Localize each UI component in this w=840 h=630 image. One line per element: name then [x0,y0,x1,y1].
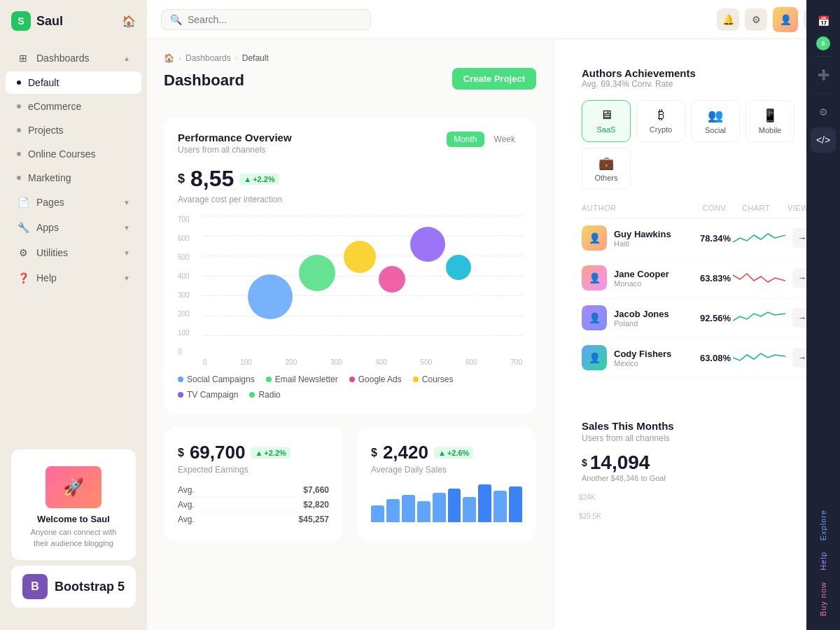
buy-button[interactable]: Buy now [816,576,830,622]
sidebar-item-marketing[interactable]: Marketing [6,167,141,189]
category-tabs: 🖥 SaaS ₿ Crypto 👥 Social 📱 [582,100,812,190]
cat-tab-social[interactable]: 👥 Social [691,100,740,142]
saas-icon: 🖥 [600,108,612,122]
sales-value-row: $ 14,094 [582,451,812,474]
sales-currency: $ [582,457,587,468]
bar [371,505,384,522]
card-header: Performance Overview Users from all chan… [178,132,522,155]
tab-month[interactable]: Month [447,132,484,147]
bubble-chart: 700 600 500 400 300 200 100 0 [203,216,522,356]
add-button[interactable]: ➕ [811,62,836,88]
utilities-icon: ⚙ [17,246,29,259]
chevron-icon: ▼ [123,224,130,232]
cat-tab-label: SaaS [597,125,616,134]
tab-week[interactable]: Week [487,132,522,147]
bubble-social [248,274,293,319]
sales-y-axis: $24K $20.5K [579,493,812,520]
cat-tab-mobile[interactable]: 📱 Mobile [746,100,794,142]
bubble-email [299,255,335,291]
stats-row-3: Avg. $45,257 [178,512,329,526]
sidebar-item-pages[interactable]: 📄 Pages ▼ [6,190,141,214]
topbar: 🔍 🔔 ⚙ 👤 ☰ [147,0,840,39]
author-avatar: 👤 [582,305,607,330]
chart-legend: Social Campaigns Email Newsletter Google… [178,374,522,400]
code-button[interactable]: </> [811,127,836,153]
sidebar-item-ecommerce[interactable]: eCommerce [6,95,141,118]
earnings-badge: ▲ +2.2% [251,447,290,458]
daily-sales-card: $ 2,420 ▲ +2.6% Average Daily Sales [357,428,536,540]
currency-symbol: $ [178,172,185,186]
bar [417,501,430,522]
sidebar-item-utilities[interactable]: ⚙ Utilities ▼ [6,241,141,265]
authors-title: Authors Achievements [582,67,812,79]
bootstrap-badge: B Bootstrap 5 [11,566,136,608]
performance-card: Performance Overview Users from all chan… [164,118,536,414]
legend-dot [266,377,272,382]
stats-val-3: $45,257 [299,514,329,524]
cat-tab-label: Others [594,174,617,182]
sidebar-item-online-courses[interactable]: Online Courses [6,143,141,165]
chevron-icon: ▲ [123,55,130,62]
side-text-btns: Explore Help Buy now [816,504,830,622]
search-input[interactable] [188,14,362,25]
app-name: Saul [36,14,63,29]
badge-green: ▲ +2.2% [239,174,279,185]
search-box[interactable]: 🔍 [161,9,371,30]
sidebar-item-apps[interactable]: 🔧 Apps ▼ [6,216,141,239]
cat-tab-label: Mobile [759,126,781,134]
logo: S Saul 🏠 [0,11,147,45]
crypto-icon: ₿ [658,108,664,122]
stats-val-2: $2,820 [303,500,329,510]
welcome-subtitle: Anyone can connect with their audience b… [22,527,125,549]
author-name: Cody Fishers [614,349,682,359]
sidebar-item-dashboards[interactable]: ⊞ Dashboards ▲ [6,46,141,70]
author-row-cody: 👤 Cody Fishers Mexico 63.08% → [582,338,812,378]
legend-item-tv: TV Campaign [178,390,238,400]
legend-dot [413,377,419,382]
welcome-card: 🚀 Welcome to Saul Anyone can connect wit… [11,449,136,560]
conv-value: 63.08% [682,353,731,363]
sidebar-item-projects[interactable]: Projects [6,119,141,141]
pages-icon: 📄 [17,196,29,209]
big-number: $ 8,55 ▲ +2.2% [178,166,522,192]
sidebar-item-default[interactable]: Default [6,71,141,94]
settings-panel-button[interactable]: ⚙ [811,99,836,125]
bar [448,489,461,522]
h-line [203,235,522,236]
x-axis: 0 100 200 300 400 500 600 700 [203,356,522,366]
notifications-button[interactable]: 🔔 [717,8,739,31]
bubble-tv [410,227,445,262]
daily-value: 2,420 [383,442,428,463]
avg-label: Avarage cost per interaction [178,195,522,204]
breadcrumb-page-title-group: 🏠 › Dashboards › Default Dashboard [164,53,269,104]
legend-item-social: Social Campaigns [178,374,255,384]
right-content: Authors Achievements Avg. 69.34% Conv. R… [568,53,826,507]
settings-button[interactable]: ⚙ [745,8,767,31]
chevron-icon: ▼ [123,199,130,206]
cat-tab-saas[interactable]: 🖥 SaaS [582,100,631,142]
stats-row: $ 69,700 ▲ +2.2% Expected Earnings Avg. … [164,428,536,540]
legend-dot [349,377,355,382]
sales-card: Sales This Months Users from all channel… [568,406,826,507]
bootstrap-icon: B [22,574,48,599]
sales-title-group: Sales This Months Users from all channel… [582,420,674,443]
explore-button[interactable]: Explore [816,504,830,546]
main: 🔍 🔔 ⚙ 👤 ☰ 🏠 › Dashboards › [147,0,840,630]
sidebar-item-help[interactable]: ❓ Help ▼ [6,266,141,290]
cat-tab-others[interactable]: 💼 Others [582,148,631,190]
cat-tab-crypto[interactable]: ₿ Crypto [636,100,685,142]
author-location: Haiti [614,239,682,248]
sidebar: S Saul 🏠 ⊞ Dashboards ▲ Default eCommerc… [0,0,147,630]
breadcrumb-dashboards[interactable]: Dashboards [186,53,231,63]
title-row: 🏠 › Dashboards › Default Dashboard Creat… [164,53,536,104]
daily-value-row: $ 2,420 ▲ +2.6% [371,442,522,463]
dashboard-panel: 🏠 › Dashboards › Default Dashboard Creat… [147,39,553,630]
sparkline-chart [731,308,787,328]
conv-value: 78.34% [682,233,731,244]
search-icon: 🔍 [170,14,182,25]
author-location: Poland [614,319,682,328]
help-panel-button[interactable]: Help [816,546,830,576]
sales-subtitle: Users from all channels [582,433,674,443]
content: 🏠 › Dashboards › Default Dashboard Creat… [147,39,840,630]
create-project-button[interactable]: Create Project [452,68,536,90]
